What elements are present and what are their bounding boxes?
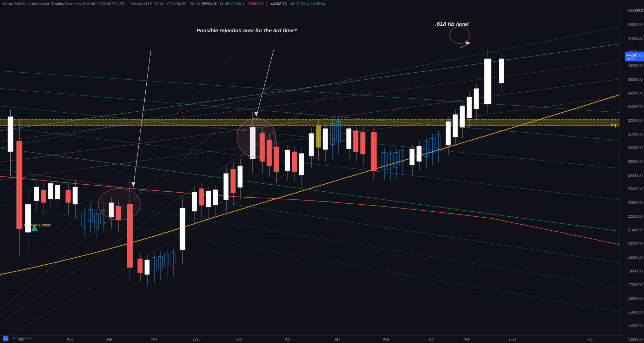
price-tick-20200: 20200.00 [621, 242, 643, 246]
svg-rect-128 [309, 133, 314, 156]
svg-rect-132 [323, 128, 328, 150]
price-tick-40000: 40000.00 [621, 64, 643, 68]
svg-rect-0 [0, 8, 628, 343]
low-value: 39983.60 [247, 2, 264, 6]
change-pct: (+10.56%) [307, 2, 325, 6]
price-tick-36000: 36000.00 [621, 91, 643, 95]
price-tick-32000: 32000.00 [621, 119, 643, 123]
svg-rect-164 [446, 121, 451, 145]
svg-rect-122 [285, 150, 290, 171]
price-tick-30000: 30000.00 [621, 146, 643, 150]
tradingview-text: TradingView [11, 336, 32, 340]
price-tick-25000: 25000.00 [621, 187, 643, 191]
change-value: +4223.92 [289, 2, 305, 6]
open-value: 39984.81 [202, 2, 218, 6]
time-label-oct: Oct [429, 337, 434, 341]
svg-rect-107 [224, 173, 228, 200]
time-label-aug: Aug [67, 337, 73, 341]
published-info: WeAreSat0shi published on TradingView.co… [3, 2, 126, 6]
open-label: O [197, 2, 200, 6]
price-tick-19000: 19000.00 [621, 256, 643, 259]
price-tick-17000: 17000.00 [621, 283, 643, 287]
close-label: C [266, 2, 268, 6]
low-label: L [243, 2, 245, 6]
chart-container: WeAreSat0shi published on TradingView.co… [0, 0, 644, 343]
svg-rect-65 [55, 185, 60, 199]
svg-rect-156 [417, 146, 421, 161]
svg-rect-67 [66, 190, 71, 203]
svg-rect-111 [238, 166, 243, 187]
svg-text:TV: TV [4, 337, 8, 340]
timeframe-label: 1W [189, 2, 195, 6]
svg-rect-69 [73, 187, 78, 204]
price-tick-31000: 31000.00 [621, 132, 643, 136]
tradingview-logo: TV TradingView [3, 336, 32, 341]
price-info: Bitcoin / U.S. Dollar COINBASE 1W O 3998… [131, 2, 325, 6]
current-price-time: 2d 0h [626, 57, 643, 61]
pi-cycle-label: Pi Cycle Bottom [24, 223, 51, 227]
svg-rect-154 [410, 149, 414, 165]
svg-rect-174 [484, 59, 491, 104]
svg-rect-120 [274, 147, 279, 172]
time-label-apr: Apr [285, 337, 291, 341]
high-label: H [220, 2, 223, 6]
svg-rect-87 [145, 260, 150, 275]
svg-rect-142 [360, 132, 365, 154]
price-tick-23800: 23800.00 [621, 201, 643, 205]
price-tick-22600: 22600.00 [621, 215, 643, 218]
price-tick-15400: 15400.00 [621, 310, 643, 314]
price-tick-44000: 44000.00 [621, 37, 643, 40]
svg-rect-172 [474, 88, 479, 109]
price-tick-16000: 16000.00 [621, 297, 643, 301]
svg-rect-138 [346, 128, 351, 149]
svg-rect-49 [0, 119, 628, 126]
currency-label: USD [635, 8, 643, 13]
svg-rect-176 [499, 59, 504, 83]
price-tick-18000: 18000.00 [621, 269, 643, 273]
support-label: sup [610, 122, 618, 127]
svg-rect-109 [231, 169, 235, 193]
chart-svg[interactable] [0, 8, 628, 343]
svg-rect-63 [48, 183, 53, 199]
svg-rect-55 [16, 141, 22, 229]
current-price-value: 44208.73 [626, 53, 643, 57]
time-label-aug2: Aug [383, 337, 389, 341]
high-value: 45000.00 [225, 2, 241, 6]
price-tick-21400: 21400.00 [621, 228, 643, 232]
price-tick-28000: 28000.00 [621, 160, 643, 164]
svg-rect-53 [8, 117, 13, 152]
svg-rect-124 [292, 152, 297, 172]
annotation-rejection: Possible rejection area for the 3rd time… [197, 27, 297, 33]
annotation-fib: .618 fib level [435, 21, 469, 27]
time-label-nov2: Nov [464, 337, 470, 341]
time-axis: Jun Aug Sep Nov 2023 Feb Apr Jun Aug Oct… [0, 335, 628, 343]
svg-rect-103 [206, 191, 211, 207]
svg-rect-99 [192, 192, 197, 211]
time-label-feb2: Feb [586, 337, 592, 341]
svg-rect-57 [25, 204, 31, 232]
time-label-feb: Feb [235, 337, 241, 341]
current-price-badge: 44208.73 2d 0h [625, 52, 644, 61]
pair-label: Bitcoin / U.S. Dollar [131, 2, 165, 6]
svg-rect-85 [138, 259, 142, 273]
price-tick-46000: 46000.00 [621, 23, 643, 27]
svg-rect-97 [180, 208, 185, 250]
time-label-jun2: Jun [334, 337, 340, 341]
svg-rect-130 [316, 126, 321, 147]
svg-rect-166 [453, 114, 458, 137]
time-label-2024: 2024 [509, 337, 516, 341]
top-bar: WeAreSat0shi published on TradingView.co… [0, 0, 644, 8]
svg-rect-144 [371, 132, 377, 171]
svg-rect-118 [267, 140, 272, 166]
price-tick-14600: 14600.00 [621, 324, 643, 328]
svg-rect-116 [260, 133, 265, 161]
exchange-label: COINBASE [167, 2, 187, 6]
fib-rejection-circle [449, 26, 470, 44]
price-tick-38000: 38000.00 [621, 78, 643, 81]
svg-rect-140 [353, 131, 358, 152]
svg-rect-101 [199, 189, 204, 205]
svg-rect-61 [41, 190, 46, 203]
close-value: 44208.73 [271, 2, 287, 6]
svg-rect-170 [467, 97, 472, 118]
price-tick-26000: 26000.00 [621, 173, 643, 177]
